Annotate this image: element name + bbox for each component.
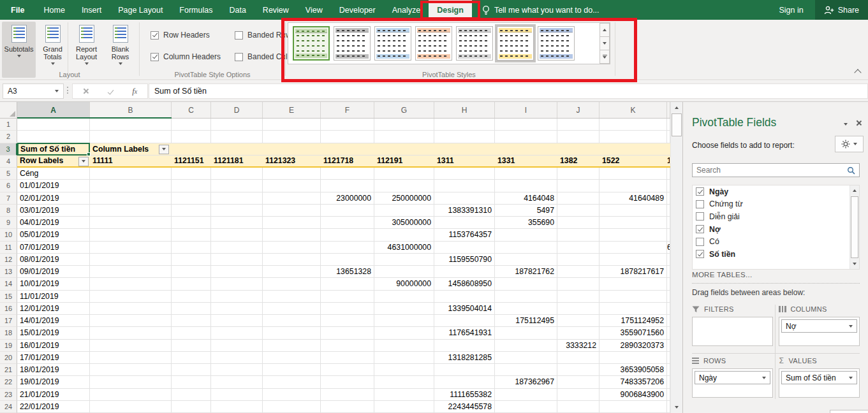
cell-H11[interactable] xyxy=(434,242,495,253)
cell-G2[interactable] xyxy=(374,131,434,142)
cell-G12[interactable] xyxy=(374,254,434,265)
cell-D10[interactable] xyxy=(211,229,263,240)
field-checkbox-icon[interactable] xyxy=(696,238,704,246)
cell-G21[interactable] xyxy=(374,364,434,375)
cell-I9[interactable]: 355690 xyxy=(495,217,557,228)
cell-G5[interactable] xyxy=(374,168,434,179)
gallery-scroll-up[interactable] xyxy=(600,23,610,36)
scroll-up-button[interactable] xyxy=(671,102,682,113)
style-tile-orange[interactable] xyxy=(413,24,454,62)
row-header-13[interactable]: 13 xyxy=(0,266,17,278)
cell-F1[interactable] xyxy=(321,119,374,130)
pane-options-dropdown-icon[interactable] xyxy=(844,123,848,126)
field-item-chứng-từ[interactable]: Chứng từ xyxy=(693,198,859,211)
cell-B4[interactable]: 11111 xyxy=(92,156,112,166)
scrollbar-thumb[interactable] xyxy=(672,113,682,136)
list-scrollbar-thumb[interactable] xyxy=(851,196,858,258)
field-checkbox-icon[interactable] xyxy=(696,187,704,196)
cell-C5[interactable] xyxy=(172,168,211,179)
cell-K15[interactable] xyxy=(600,291,667,302)
cell-F8[interactable] xyxy=(321,205,374,216)
cell-G9[interactable]: 305000000 xyxy=(374,217,434,228)
cell-C4[interactable]: 1121151 xyxy=(174,156,204,166)
cell-J2[interactable] xyxy=(557,131,600,142)
cell-D14[interactable] xyxy=(211,278,263,289)
cell-G6[interactable] xyxy=(374,180,434,191)
cell-A13[interactable]: 09/01/2019 xyxy=(17,266,90,277)
cell-J11[interactable] xyxy=(557,242,600,253)
cell-J5[interactable] xyxy=(557,168,600,179)
cell-B1[interactable] xyxy=(90,119,172,130)
cell-J20[interactable] xyxy=(557,352,600,363)
vertical-scrollbar[interactable] xyxy=(670,102,682,413)
cell-G10[interactable] xyxy=(374,229,434,240)
scroll-down-button[interactable] xyxy=(671,402,682,413)
cell-K7[interactable]: 41640489 xyxy=(600,192,667,204)
cell-E7[interactable] xyxy=(263,192,321,204)
cell-B11[interactable] xyxy=(90,242,172,253)
tab-design[interactable]: Design xyxy=(429,0,472,20)
cell-F9[interactable] xyxy=(321,217,374,228)
cell-E17[interactable] xyxy=(263,315,321,326)
tell-me-box[interactable]: Tell me what you want to do... xyxy=(482,0,600,20)
cell-D11[interactable] xyxy=(211,242,263,253)
row-header-10[interactable]: 10 xyxy=(0,229,17,241)
cell-H23[interactable]: 1111655382 xyxy=(434,389,495,400)
cell-G7[interactable]: 250000000 xyxy=(374,192,434,204)
cell-G14[interactable]: 90000000 xyxy=(374,278,434,289)
cell-A8[interactable]: 03/01/2019 xyxy=(17,205,90,216)
cell-A23[interactable]: 21/01/2019 xyxy=(17,389,90,400)
cell-F6[interactable] xyxy=(321,180,374,191)
row-header-20[interactable]: 20 xyxy=(0,352,17,364)
cell-I23[interactable] xyxy=(495,389,557,400)
cell-K6[interactable] xyxy=(600,180,667,191)
cell-A12[interactable]: 08/01/2019 xyxy=(17,254,90,265)
style-tile-green-outline[interactable] xyxy=(291,24,332,62)
cell-G17[interactable] xyxy=(374,315,434,326)
cell-C14[interactable] xyxy=(172,278,211,289)
cell-D9[interactable] xyxy=(211,217,263,228)
cell-C13[interactable] xyxy=(172,266,211,277)
cell-G13[interactable] xyxy=(374,266,434,277)
cell-I13[interactable]: 187821762 xyxy=(495,266,557,277)
style-tile-yellow[interactable] xyxy=(495,24,536,62)
cell-I19[interactable] xyxy=(495,340,557,351)
cell-K9[interactable] xyxy=(600,217,667,228)
cell-A15[interactable]: 11/01/2019 xyxy=(17,291,90,302)
row-header-1[interactable]: 1 xyxy=(0,119,17,131)
gallery-more-button[interactable] xyxy=(600,50,610,64)
cell-K21[interactable]: 3653905058 xyxy=(600,364,667,375)
row-header-11[interactable]: 11 xyxy=(0,242,17,254)
field-pill-nợ[interactable]: Nợ xyxy=(781,319,857,333)
cell-J12[interactable] xyxy=(557,254,600,265)
cell-E12[interactable] xyxy=(263,254,321,265)
cell-F12[interactable] xyxy=(321,254,374,265)
area-box-values[interactable]: Sum of Số tiền xyxy=(779,368,860,398)
cell-H22[interactable] xyxy=(434,376,495,388)
cell-K4[interactable]: 1522 xyxy=(602,156,619,166)
collapse-ribbon-icon[interactable] xyxy=(854,69,861,76)
column-header-A[interactable]: A xyxy=(17,102,90,118)
row-header-2[interactable]: 2 xyxy=(0,131,17,143)
cell-A6[interactable]: 01/01/2019 xyxy=(17,180,90,191)
row-header-16[interactable]: 16 xyxy=(0,303,17,315)
cell-C2[interactable] xyxy=(172,131,211,142)
update-button-partial[interactable] xyxy=(830,410,868,413)
cell-E11[interactable] xyxy=(263,242,321,253)
cell-J15[interactable] xyxy=(557,291,600,302)
cell-A9[interactable]: 04/01/2019 xyxy=(17,217,90,228)
cell-G4[interactable]: 112191 xyxy=(377,156,402,166)
cell-G11[interactable]: 4631000000 xyxy=(374,242,434,253)
column-header-I[interactable]: I xyxy=(495,102,557,118)
cell-C19[interactable] xyxy=(172,340,211,351)
cell-I22[interactable]: 187362967 xyxy=(495,376,557,388)
style-tile-light-gray[interactable] xyxy=(454,24,495,62)
cell-E20[interactable] xyxy=(263,352,321,363)
field-pill-ngày[interactable]: Ngày xyxy=(695,371,770,384)
field-checkbox-icon[interactable] xyxy=(696,250,704,258)
cell-F20[interactable] xyxy=(321,352,374,363)
cell-J8[interactable] xyxy=(557,205,600,216)
cell-D16[interactable] xyxy=(211,303,263,314)
cell-B23[interactable] xyxy=(90,389,172,400)
enter-entry-icon[interactable] xyxy=(108,88,114,94)
